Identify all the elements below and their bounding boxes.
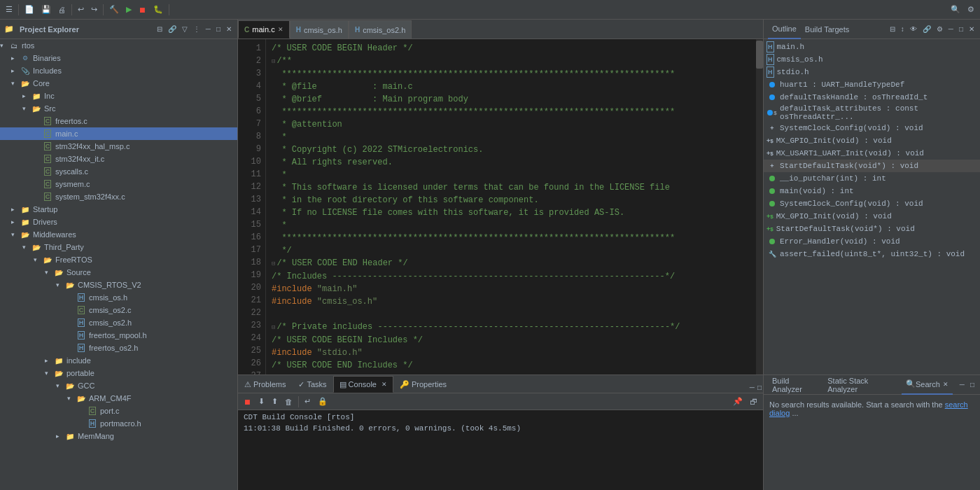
tab-main-c[interactable]: C main.c ✕ <box>238 20 290 38</box>
filter-btn[interactable]: ▽ <box>181 24 189 34</box>
tab-build-targets[interactable]: Build Targets <box>801 20 853 39</box>
tab-console[interactable]: ▤ Console ✕ <box>333 376 393 393</box>
tree-item-freertos_os2_h[interactable]: Hfreertos_os2.h <box>0 342 237 354</box>
tree-item-includes[interactable]: ▸📎Includes <box>0 64 237 77</box>
outline-item-io_putchar[interactable]: __io_putchar(int) : int <box>764 172 980 185</box>
minimize-explorer-btn[interactable]: ─ <box>204 24 212 34</box>
toolbar-redo-btn[interactable]: ↪ <box>88 4 100 15</box>
maximize-explorer-btn[interactable]: □ <box>215 24 222 34</box>
toolbar-stop-btn[interactable]: ⏹ <box>136 4 149 15</box>
tree-item-cmsis_os2_c[interactable]: Ccmsis_os2.c <box>0 304 237 316</box>
console-word-wrap-btn[interactable]: ↵ <box>302 396 314 407</box>
tree-item-freertos_mpool_h[interactable]: Hfreertos_mpool.h <box>0 329 237 342</box>
tree-item-drivers[interactable]: ▸📁Drivers <box>0 216 237 228</box>
tree-item-freertos[interactable]: ▾📂FreeRTOS <box>0 253 237 266</box>
outline-item-main_h[interactable]: Hmain.h <box>764 41 980 53</box>
collapse-all-btn[interactable]: ⊟ <box>155 24 164 34</box>
tree-item-stm32f4xx_hal_msp_c[interactable]: Cstm32f4xx_hal_msp.c <box>0 140 237 153</box>
link-with-editor-btn[interactable]: 🔗 <box>167 24 178 34</box>
console-maximize-btn[interactable]: □ <box>756 382 763 393</box>
toolbar-print-btn[interactable]: 🖨 <box>55 4 69 15</box>
tree-item-portable[interactable]: ▾📂portable <box>0 367 237 379</box>
outline-item-StartDefaultTask2[interactable]: +$StartDefaultTask(void*) : void <box>764 223 980 235</box>
tab-build-analyzer[interactable]: Build Analyzer <box>768 375 823 395</box>
outline-item-MX_GPIO_Init_1[interactable]: +$MX_GPIO_Init(void) : void <box>764 134 980 147</box>
search-close-btn[interactable]: ✕ <box>943 381 948 388</box>
toolbar-run-btn[interactable]: ▶ <box>123 4 134 15</box>
tree-item-cmsis_rtos_v2[interactable]: ▾📂CMSIS_RTOS_V2 <box>0 279 237 291</box>
outline-item-assert_failed[interactable]: 🔧assert_failed(uint8_t*, uint32_t) : voi… <box>764 248 980 260</box>
outline-maximize-btn[interactable]: □ <box>958 24 965 34</box>
tree-item-startup[interactable]: ▸📁Startup <box>0 203 237 216</box>
tab-problems[interactable]: ⚠ Problems <box>238 376 292 393</box>
toolbar-search-btn[interactable]: 🔍 <box>948 4 963 15</box>
outline-item-huart1[interactable]: huart1 : UART_HandleTypeDef <box>764 78 980 91</box>
tree-item-portmacro_h[interactable]: Hportmacro.h <box>0 417 237 430</box>
toolbar-undo-btn[interactable]: ↩ <box>75 4 87 15</box>
tab-search[interactable]: 🔍 Search ✕ <box>902 375 953 395</box>
tree-item-main_c[interactable]: Cmain.c <box>0 127 237 140</box>
outline-item-Error_Handler[interactable]: Error_Handler(void) : void <box>764 235 980 248</box>
toolbar-settings-btn[interactable]: ⚙ <box>965 4 977 15</box>
view-menu-btn[interactable]: ⋮ <box>192 24 202 34</box>
outline-settings-btn[interactable]: ⚙ <box>935 24 944 34</box>
tree-item-sysmem_c[interactable]: Csysmem.c <box>0 178 237 190</box>
toolbar-menu-btn[interactable]: ☰ <box>3 4 15 15</box>
outline-item-main[interactable]: main(void) : int <box>764 185 980 197</box>
outline-sort-btn[interactable]: ↕ <box>899 24 906 34</box>
outline-item-SystemClock_Config[interactable]: +SystemClock_Config(void) : void <box>764 122 980 134</box>
console-scroll-lock-btn[interactable]: ⬇ <box>255 396 267 407</box>
outline-item-stdio_h[interactable]: Hstdio.h <box>764 66 980 78</box>
tree-item-third_party[interactable]: ▾📂Third_Party <box>0 241 237 253</box>
tree-item-memmang[interactable]: ▸📁MemMang <box>0 430 237 442</box>
tree-item-source[interactable]: ▾📂Source <box>0 266 237 279</box>
tab-cmsis-os2-h[interactable]: H cmsis_os2.h <box>349 20 412 38</box>
toolbar-new-btn[interactable]: 📄 <box>22 4 37 15</box>
console-clear-btn[interactable]: 🗑 <box>282 396 295 407</box>
search-minimize-btn[interactable]: ─ <box>958 379 966 390</box>
code-content[interactable]: /* USER CODE BEGIN Header */⊟/** *******… <box>266 39 756 374</box>
editor-scrollbar[interactable] <box>756 39 763 374</box>
tree-item-stm32f4xx_it_c[interactable]: Cstm32f4xx_it.c <box>0 153 237 165</box>
outline-minimize-btn[interactable]: ─ <box>947 24 955 34</box>
outline-item-StartDefaultTask[interactable]: +StartDefaultTask(void*) : void <box>764 160 980 172</box>
tree-item-src[interactable]: ▾📂Src <box>0 102 237 115</box>
tree-item-syscalls_c[interactable]: Csyscalls.c <box>0 165 237 178</box>
tree-item-gcc[interactable]: ▾📂GCC <box>0 379 237 392</box>
outline-item-SystemClock_Config2[interactable]: SystemClock_Config(void) : void <box>764 197 980 210</box>
tree-item-inc[interactable]: ▸📁Inc <box>0 90 237 102</box>
tab-cmsis-os-h[interactable]: H cmsis_os.h <box>290 20 349 38</box>
tree-item-binaries[interactable]: ▸⚙Binaries <box>0 52 237 64</box>
search-maximize-btn[interactable]: □ <box>969 379 976 390</box>
console-pin-btn[interactable]: 📌 <box>730 396 746 407</box>
tree-item-port_c[interactable]: Cport.c <box>0 405 237 417</box>
close-explorer-btn[interactable]: ✕ <box>225 24 233 34</box>
outline-link-btn[interactable]: 🔗 <box>921 24 932 34</box>
outline-close-btn[interactable]: ✕ <box>967 24 976 34</box>
outline-item-MX_USART1_UART_Init[interactable]: +$MX_USART1_UART_Init(void) : void <box>764 147 980 160</box>
console-lock-btn[interactable]: 🔒 <box>315 396 330 407</box>
tab-properties[interactable]: 🔑 Properties <box>393 376 453 393</box>
toolbar-save-btn[interactable]: 💾 <box>38 4 54 15</box>
tab-console-close[interactable]: ✕ <box>382 381 387 388</box>
toolbar-debug-btn[interactable]: 🐛 <box>150 4 166 15</box>
console-stop-btn[interactable]: ⏹ <box>241 396 254 407</box>
tab-outline[interactable]: Outline <box>768 20 801 39</box>
outline-item-MX_GPIO_Init_2[interactable]: +$MX_GPIO_Init(void) : void <box>764 210 980 223</box>
outline-item-cmsis_os_h[interactable]: Hcmsis_os.h <box>764 53 980 66</box>
tree-item-include[interactable]: ▸📁include <box>0 354 237 367</box>
tab-static-stack[interactable]: Static Stack Analyzer <box>823 375 902 395</box>
tree-item-core[interactable]: ▾📂Core <box>0 77 237 90</box>
outline-collapse-btn[interactable]: ⊟ <box>888 24 897 34</box>
outline-hide-btn[interactable]: 👁 <box>909 24 918 34</box>
tree-item-rtos[interactable]: ▾🗂rtos <box>0 39 237 52</box>
console-scroll-up-btn[interactable]: ⬆ <box>269 396 281 407</box>
outline-item-defaultTask_attr[interactable]: $defaultTask_attributes : const osThread… <box>764 104 980 122</box>
console-new-window-btn[interactable]: 🗗 <box>747 396 760 407</box>
outline-item-defaultTaskHandle[interactable]: defaultTaskHandle : osThreadId_t <box>764 91 980 104</box>
console-minimize-btn[interactable]: ─ <box>748 382 756 393</box>
tab-main-c-close[interactable]: ✕ <box>278 26 284 33</box>
toolbar-build-btn[interactable]: 🔨 <box>106 4 122 15</box>
tree-item-cmsis_os_h_1[interactable]: Hcmsis_os.h <box>0 291 237 304</box>
tree-item-system_stm32f4xx_c[interactable]: Csystem_stm32f4xx.c <box>0 190 237 203</box>
